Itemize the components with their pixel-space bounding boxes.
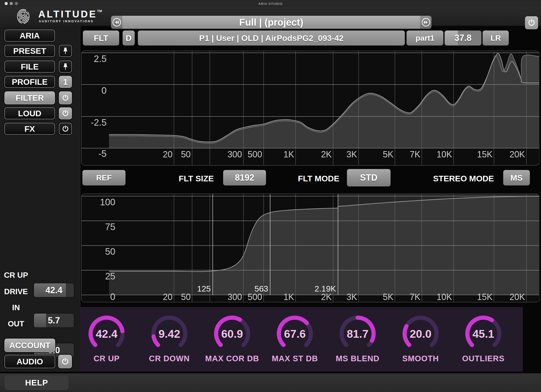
slider-value: 5.7 (34, 314, 74, 327)
knob-label: CR UP (73, 354, 141, 363)
axis-label: 563 (254, 284, 268, 293)
delta-button[interactable]: D (123, 31, 135, 46)
knob-cr-up[interactable]: 42.4 CR UP (80, 310, 133, 370)
pin-preset-button[interactable] (59, 45, 72, 57)
knob-label: MS BLEND (324, 354, 392, 363)
sidebar-item-filter[interactable]: FILTER (4, 91, 55, 104)
audio-power-button[interactable] (58, 355, 72, 368)
knob-label: OUTLIERS (449, 354, 517, 363)
stereo-mode-value-button[interactable]: MS (503, 170, 530, 185)
cr-up-io-slider[interactable]: 42.4 (34, 283, 74, 297)
pin-icon (62, 47, 69, 54)
knob-value: 20.0 (394, 327, 447, 340)
knob-label: SMOOTH (387, 354, 455, 363)
profile-number-badge[interactable]: 1 (59, 76, 72, 88)
in-io-label: IN (0, 303, 32, 312)
axis-label: 2K (321, 292, 332, 302)
drive-io-slider[interactable]: 5.7 (34, 314, 74, 327)
filter-amount-value: 37.8 (445, 31, 481, 46)
account-button[interactable]: ACCOUNT (4, 338, 55, 352)
axis-label: 20K (510, 149, 525, 159)
axis-label: -5 (98, 149, 107, 159)
double-left-arrow-icon (112, 17, 122, 27)
axis-label: 125 (197, 284, 211, 293)
sidebar-item-fx[interactable]: FX (4, 123, 55, 135)
filter-power-button[interactable] (59, 91, 72, 104)
knob-ms-blend[interactable]: 81.7 MS BLEND (331, 310, 384, 370)
flt-button[interactable]: FLT (83, 31, 119, 46)
loud-power-button[interactable] (59, 107, 72, 119)
cr-up-io-label: CR UP (0, 271, 32, 280)
axis-label: 0 (102, 85, 107, 96)
correction-curve-chart[interactable]: 100755025020503005001K2K3K5K7K10K15K20K1… (80, 192, 539, 303)
slider-value: 42.4 (34, 283, 74, 297)
macos-titlebar: ARIA STUDIO (0, 0, 541, 8)
filter-amount-slider[interactable]: 37.8 (445, 31, 481, 46)
double-right-arrow-icon (421, 17, 431, 27)
lr-channel-button[interactable]: LR (483, 31, 509, 46)
preset-title-bar[interactable]: Full | (project) (122, 16, 420, 29)
knob-max-st-db[interactable]: 67.6 MAX ST DB (268, 310, 321, 370)
pin-icon (62, 63, 69, 70)
axis-label: 2.19K (314, 284, 336, 293)
axis-label: 20 (163, 149, 172, 159)
drive-io-label: DRIVE (0, 287, 32, 296)
axis-label: 75 (105, 222, 115, 232)
window-title: ARIA STUDIO (0, 2, 541, 6)
axis-label: 15K (477, 149, 493, 159)
fx-power-button[interactable] (59, 123, 72, 135)
axis-label: 100 (100, 197, 115, 207)
brand-tagline: AUDITORY INNOVATIONS (39, 19, 94, 23)
axis-label: 50 (105, 246, 115, 257)
pin-file-button[interactable] (59, 61, 72, 73)
axis-label: 5K (383, 149, 393, 159)
power-icon (62, 125, 69, 133)
flt-mode-label: FLT MODE (292, 174, 345, 183)
ref-button[interactable]: REF (82, 170, 125, 185)
knob-cr-down[interactable]: 9.42 CR DOWN (143, 310, 196, 370)
stereo-mode-label: STEREO MODE (431, 174, 496, 183)
out-io-label: OUT (0, 319, 32, 328)
axis-label: 7K (410, 292, 420, 302)
sidebar-item-aria[interactable]: ARIA (4, 30, 55, 42)
power-icon (62, 94, 69, 102)
knob-value: 67.6 (268, 327, 321, 340)
filter-response-chart[interactable]: 2.50-2.5-520503005001K2K3K5K7K10K15K20K (80, 50, 539, 166)
axis-label: 1K (283, 292, 294, 302)
flt-mode-value-button[interactable]: STD (347, 169, 391, 186)
app-header: ALTITUDETM AUDITORY INNOVATIONS Full | (… (0, 7, 541, 26)
next-preset-button[interactable] (420, 16, 431, 29)
axis-label: 500 (248, 149, 262, 159)
preset-title: Full | (project) (239, 17, 303, 28)
sidebar-item-profile[interactable]: PROFILE (4, 76, 55, 88)
filter-title-field[interactable]: P1 | User | OLD | AirPodsPG2_093-42 (138, 31, 405, 46)
knob-value: 9.42 (143, 327, 196, 340)
knob-outliers[interactable]: 45.1 OUTLIERS (457, 310, 510, 370)
axis-label: 50 (181, 292, 191, 302)
sidebar-item-preset[interactable]: PRESET (4, 45, 55, 57)
flt-size-value-button[interactable]: 8192 (223, 170, 266, 185)
knob-smooth[interactable]: 20.0 SMOOTH (394, 310, 447, 370)
part-selector[interactable]: part1 (407, 31, 443, 46)
knob-value: 42.4 (80, 327, 133, 340)
previous-preset-button[interactable] (111, 16, 122, 29)
axis-label: 50 (181, 149, 191, 159)
axis-label: 0 (110, 292, 115, 302)
master-power-button[interactable] (525, 16, 538, 29)
sidebar-item-loud[interactable]: LOUD (4, 107, 55, 119)
help-bar: HELP (0, 373, 541, 392)
altitude-logo-icon (16, 9, 31, 24)
axis-label: 10K (437, 149, 452, 159)
knob-value: 60.9 (205, 327, 259, 340)
sidebar-item-file[interactable]: FILE (4, 61, 55, 73)
help-button[interactable]: HELP (5, 376, 68, 390)
knob-max-cor-db[interactable]: 60.9 MAX COR DB (205, 310, 259, 370)
axis-label: 25 (105, 271, 115, 281)
axis-label: 20K (510, 292, 525, 302)
knob-label: CR DOWN (135, 354, 203, 363)
audio-button[interactable]: AUDIO (4, 355, 55, 368)
axis-label: 2.5 (94, 54, 107, 64)
power-icon (527, 19, 536, 27)
axis-label: 7K (410, 149, 420, 159)
axis-label: 300 (227, 149, 242, 159)
